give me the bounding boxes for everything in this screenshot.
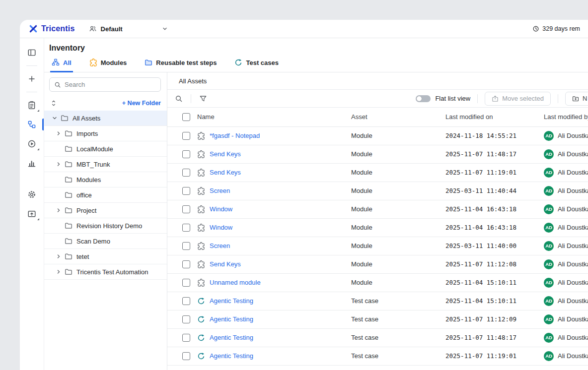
modified-on: 2025-11-07 11:48:17 xyxy=(445,150,516,158)
tree-item[interactable]: Revision History Demo xyxy=(44,218,167,234)
table-row[interactable]: Agentic Testing Test case 2025-11-07 11:… xyxy=(167,347,588,365)
new-folder-button[interactable]: + New Folder xyxy=(122,100,161,107)
tree-item[interactable]: Modules xyxy=(44,172,167,187)
table-row[interactable]: Screen Module 2025-03-11 11:40:00 AD Ali… xyxy=(167,237,588,255)
chevron-right-icon[interactable] xyxy=(55,253,62,260)
chevron-right-icon[interactable] xyxy=(55,207,62,214)
table-row[interactable]: Agentic Testing Test case 2025-11-07 11:… xyxy=(167,310,588,328)
table-row[interactable]: Send Keys Module 2025-11-07 11:48:17 AD … xyxy=(167,145,588,163)
nav-test-plan-button[interactable] xyxy=(20,98,44,113)
flyout-corner-icon xyxy=(37,110,39,112)
tree-item[interactable]: Tricentis Test Automation xyxy=(44,264,167,280)
row-checkbox[interactable] xyxy=(182,187,190,195)
modified-by-name: Ali Doustka xyxy=(558,279,588,286)
table-header-row: Name Asset Last modified on Last modifie… xyxy=(167,108,588,126)
asset-type: Module xyxy=(351,224,372,231)
tree-item[interactable]: office xyxy=(44,187,167,203)
row-checkbox[interactable] xyxy=(182,279,190,287)
chevron-right-icon[interactable] xyxy=(55,130,62,137)
asset-name-link[interactable]: Agentic Testing xyxy=(210,334,253,341)
row-checkbox[interactable] xyxy=(182,352,190,360)
asset-name-link[interactable]: Window xyxy=(210,205,232,213)
tree-item[interactable]: MBT_Trunk xyxy=(44,157,167,172)
tree-item[interactable]: tetet xyxy=(44,249,167,264)
asset-name-link[interactable]: *fgasdf - Notepad xyxy=(210,132,260,139)
row-checkbox[interactable] xyxy=(182,297,190,305)
row-checkbox[interactable] xyxy=(182,205,190,213)
asset-type: Test case xyxy=(351,315,378,323)
table-row[interactable]: Send Keys Module 2025-11-07 11:19:01 AD … xyxy=(167,163,588,182)
select-all-checkbox[interactable] xyxy=(182,113,190,121)
column-header-name: Name xyxy=(197,108,351,126)
modified-by-name: Ali Doustka xyxy=(558,187,588,194)
search-input[interactable] xyxy=(65,81,156,88)
asset-type: Module xyxy=(351,169,372,176)
new-folder-toolbar-button[interactable]: N xyxy=(565,92,588,106)
tree-item[interactable]: Imports xyxy=(44,126,167,141)
workspace-selector[interactable]: Default xyxy=(89,25,168,33)
asset-name-link[interactable]: Agentic Testing xyxy=(210,352,253,360)
tree-item-label: tetet xyxy=(76,253,89,260)
asset-name-link[interactable]: Send Keys xyxy=(210,260,241,268)
table-row[interactable]: Screen Module 2025-03-11 11:40:44 AD Ali… xyxy=(167,182,588,200)
table-row[interactable]: *fgasdf - Notepad Module 2024-11-18 14:5… xyxy=(167,126,588,145)
row-checkbox[interactable] xyxy=(182,315,190,323)
table-row[interactable]: Unnamed module Module 2025-11-04 15:10:1… xyxy=(167,273,588,292)
export-card-icon xyxy=(27,209,36,218)
chevron-down-icon[interactable] xyxy=(51,115,58,122)
move-selected-button[interactable]: Move selected xyxy=(485,92,551,106)
sort-icon[interactable] xyxy=(50,100,57,107)
asset-name-link[interactable]: Send Keys xyxy=(210,150,241,158)
nav-reports-button[interactable] xyxy=(20,156,44,171)
nav-dashboard-button[interactable] xyxy=(20,45,44,60)
chevron-right-icon[interactable] xyxy=(55,268,62,275)
tree-item-label: Modules xyxy=(76,176,101,184)
asset-name-link[interactable]: Agentic Testing xyxy=(210,315,253,323)
flat-list-toggle[interactable] xyxy=(416,95,431,102)
clipboard-icon xyxy=(27,101,36,110)
row-checkbox[interactable] xyxy=(182,132,190,140)
table-row[interactable]: Window Module 2025-11-04 16:43:18 AD Ali… xyxy=(167,200,588,218)
tree-item[interactable]: LocalModule xyxy=(44,141,167,157)
tree-item-all-assets[interactable]: All Assets xyxy=(44,111,167,126)
asset-name-link[interactable]: Send Keys xyxy=(210,169,241,176)
tab-label: Test cases xyxy=(246,59,279,66)
table-row[interactable]: Window Module 2025-11-04 16:43:18 AD Ali… xyxy=(167,218,588,237)
asset-name-link[interactable]: Screen xyxy=(210,187,230,194)
asset-name-link[interactable]: Agentic Testing xyxy=(210,297,253,305)
row-checkbox[interactable] xyxy=(182,260,190,268)
row-checkbox[interactable] xyxy=(182,169,190,177)
tree-item[interactable]: Project xyxy=(44,203,167,218)
row-checkbox[interactable] xyxy=(182,150,190,158)
tab-reusable-test-steps[interactable]: Reusable test steps xyxy=(143,56,218,72)
table-row[interactable]: Send Keys Module 2025-11-07 11:12:08 AD … xyxy=(167,255,588,273)
asset-name-link[interactable]: Window xyxy=(210,224,232,231)
tree-search-box[interactable] xyxy=(49,77,161,92)
table-search-icon[interactable] xyxy=(175,95,183,103)
asset-name-link[interactable]: Screen xyxy=(210,242,230,249)
chevron-right-icon[interactable] xyxy=(55,161,62,168)
tab-all[interactable]: All xyxy=(50,56,73,72)
row-checkbox[interactable] xyxy=(182,334,190,342)
tab-test-cases[interactable]: Test cases xyxy=(233,56,280,72)
nav-settings-button[interactable] xyxy=(20,187,44,202)
tree-item[interactable]: Scan Demo xyxy=(44,234,167,249)
avatar: AD xyxy=(544,333,554,343)
folder-tree-panel: + New Folder All Assets Imports LocalMod… xyxy=(44,72,167,370)
tab-modules[interactable]: Modules xyxy=(88,56,129,72)
modified-by-name: Ali Doustka xyxy=(558,132,588,139)
table-row[interactable]: Agentic Testing Test case 2025-11-07 11:… xyxy=(167,328,588,347)
folder-icon xyxy=(145,59,152,66)
nav-execution-button[interactable] xyxy=(20,136,44,151)
folder-icon xyxy=(65,191,73,199)
nav-inventory-button[interactable] xyxy=(20,117,44,132)
nav-integrations-button[interactable] xyxy=(20,206,44,221)
row-checkbox[interactable] xyxy=(182,224,190,232)
gear-icon xyxy=(27,190,36,199)
module-icon xyxy=(197,205,205,213)
nav-create-button[interactable] xyxy=(20,71,44,86)
table-row[interactable]: Agentic Testing Test case 2025-11-04 15:… xyxy=(167,292,588,310)
asset-name-link[interactable]: Unnamed module xyxy=(210,279,261,286)
row-checkbox[interactable] xyxy=(182,242,190,250)
filter-icon[interactable] xyxy=(199,95,207,103)
